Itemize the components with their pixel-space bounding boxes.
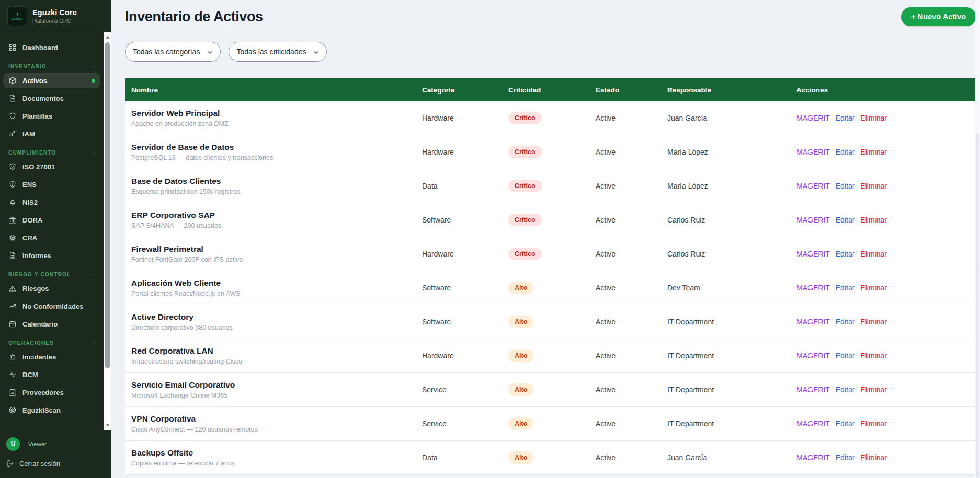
edit-link[interactable]: Editar — [836, 318, 855, 326]
brand-logo-text: EGUZKI — [12, 17, 23, 20]
asset-description: Esquema principal con 150k registros — [131, 188, 422, 195]
criticality-badge: Crítico — [508, 112, 542, 124]
edit-link[interactable]: Editar — [836, 182, 855, 190]
brand-subtitle: Plataforma GRC — [32, 18, 77, 24]
delete-link[interactable]: Eliminar — [860, 318, 887, 326]
sidebar-item-iso-27001[interactable]: ISO 27001 — [3, 159, 100, 174]
table-row: Base de Datos ClientesEsquema principal … — [125, 169, 976, 203]
asset-owner: IT Department — [667, 318, 796, 326]
asset-category: Software — [422, 284, 508, 292]
trending-up-icon — [8, 302, 17, 310]
criticality-filter-select[interactable]: Todas las criticidades — [229, 42, 327, 62]
assets-table: NombreCategoríaCriticidadEstadoResponsab… — [125, 78, 976, 475]
logout-icon — [6, 459, 15, 468]
delete-link[interactable]: Eliminar — [860, 419, 887, 428]
delete-link[interactable]: Eliminar — [860, 216, 887, 224]
criticality-cell: Crítico — [508, 180, 596, 192]
page-scrollbar[interactable] — [975, 0, 980, 478]
alert-triangle-icon — [8, 284, 17, 293]
table-row: Backups OffsiteCopias en cinta — retenci… — [125, 441, 976, 475]
key-icon — [8, 130, 17, 138]
sidebar-scrollbar-thumb[interactable] — [105, 42, 110, 368]
table-row: Red Corporativa LANInfraestructura switc… — [125, 339, 976, 373]
magerit-link[interactable]: MAGERIT — [796, 114, 830, 122]
file-text-icon — [8, 94, 17, 102]
magerit-link[interactable]: MAGERIT — [796, 182, 830, 190]
asset-name-cell: Servicio Email CorporativoMicrosoft Exch… — [125, 380, 422, 399]
edit-link[interactable]: Editar — [836, 386, 855, 394]
edit-link[interactable]: Editar — [836, 453, 855, 462]
sidebar-item-calendario[interactable]: Calendario — [3, 316, 100, 332]
delete-link[interactable]: Eliminar — [860, 114, 887, 122]
category-filter-select[interactable]: Todas las categorías — [125, 42, 221, 62]
actions-cell: MAGERITEditarEliminar — [796, 352, 976, 360]
magerit-link[interactable]: MAGERIT — [796, 216, 830, 224]
actions-cell: MAGERITEditarEliminar — [796, 419, 976, 428]
delete-link[interactable]: Eliminar — [860, 284, 887, 292]
magerit-link[interactable]: MAGERIT — [796, 386, 830, 394]
sidebar-item-eguzkiscan[interactable]: EguzkiScan — [3, 402, 100, 418]
sidebar-item-bcm[interactable]: BCM — [3, 367, 100, 382]
magerit-link[interactable]: MAGERIT — [796, 352, 830, 360]
edit-link[interactable]: Editar — [836, 216, 855, 224]
chevron-down-icon — [91, 150, 96, 156]
category-filter-value: Todas las categorías — [133, 48, 200, 56]
magerit-link[interactable]: MAGERIT — [796, 318, 830, 326]
delete-link[interactable]: Eliminar — [860, 182, 887, 190]
delete-link[interactable]: Eliminar — [860, 148, 887, 156]
sidebar-item-label: Proveedores — [22, 389, 64, 397]
sidebar-item-dora[interactable]: DORA — [3, 212, 100, 228]
table-row: ERP Corporativo SAPSAP S/4HANA — 200 usu… — [125, 203, 976, 237]
siren-icon — [8, 353, 17, 361]
edit-link[interactable]: Editar — [836, 250, 855, 258]
sidebar-item-activos[interactable]: Activos — [3, 73, 100, 88]
magerit-link[interactable]: MAGERIT — [796, 419, 830, 428]
delete-link[interactable]: Eliminar — [860, 352, 887, 360]
sidebar-item-incidentes[interactable]: Incidentes — [3, 349, 100, 365]
sidebar-item-label: EguzkiScan — [22, 406, 61, 414]
delete-link[interactable]: Eliminar — [860, 453, 887, 462]
magerit-link[interactable]: MAGERIT — [796, 148, 830, 156]
sidebar-footer: U Viewer Cerrar sesión — [0, 430, 111, 478]
asset-name: Firewall Perimetral — [131, 244, 422, 254]
sidebar-item-label: Incidentes — [22, 353, 56, 361]
scroll-down-arrow-icon[interactable] — [104, 421, 111, 429]
edit-link[interactable]: Editar — [836, 114, 855, 122]
sidebar-item-cra[interactable]: CRA — [3, 230, 100, 246]
sidebar-item-documentos[interactable]: Documentos — [3, 90, 100, 106]
magerit-link[interactable]: MAGERIT — [796, 453, 830, 462]
asset-name: VPN Corporativa — [131, 414, 422, 424]
asset-category: Hardware — [422, 114, 508, 122]
delete-link[interactable]: Eliminar — [860, 250, 887, 258]
new-asset-button[interactable]: + Nuevo Activo — [901, 7, 976, 26]
sidebar-item-no-conformidades[interactable]: No Conformidades — [3, 298, 100, 314]
sidebar-scrollbar[interactable] — [104, 32, 111, 430]
magerit-link[interactable]: MAGERIT — [796, 284, 830, 292]
asset-description: Apache en producción zona DMZ — [131, 120, 422, 127]
magerit-link[interactable]: MAGERIT — [796, 250, 830, 258]
sidebar-item-plantillas[interactable]: Plantillas — [3, 108, 100, 124]
asset-status: Active — [596, 352, 667, 360]
nav-section-label-riesgo-y-control: RIESGO Y CONTROL — [8, 272, 96, 277]
sidebar-item-ens[interactable]: ENS — [3, 177, 100, 192]
sidebar-item-riesgos[interactable]: Riesgos — [3, 281, 100, 296]
edit-link[interactable]: Editar — [836, 352, 855, 360]
criticality-cell: Alto — [508, 417, 596, 430]
sidebar-item-iam[interactable]: IAM — [3, 126, 100, 142]
logout-button[interactable]: Cerrar sesión — [6, 459, 104, 468]
sidebar-item-dashboard[interactable]: Dashboard — [3, 40, 100, 55]
edit-link[interactable]: Editar — [836, 148, 855, 156]
actions-cell: MAGERITEditarEliminar — [796, 148, 976, 156]
sidebar-item-nis2[interactable]: NIS2 — [3, 194, 100, 210]
delete-link[interactable]: Eliminar — [860, 386, 887, 394]
sidebar-item-proveedores[interactable]: Proveedores — [3, 384, 100, 400]
sidebar-item-informes[interactable]: Informes — [3, 248, 100, 263]
criticality-badge: Alto — [508, 349, 533, 362]
user-row[interactable]: U Viewer — [6, 437, 104, 451]
calendar-icon — [8, 320, 17, 328]
asset-name-cell: Backups OffsiteCopias en cinta — retenci… — [125, 448, 422, 467]
scroll-up-arrow-icon[interactable] — [104, 33, 111, 41]
edit-link[interactable]: Editar — [836, 284, 855, 292]
page-scrollbar-thumb[interactable] — [976, 133, 979, 478]
edit-link[interactable]: Editar — [836, 419, 855, 428]
